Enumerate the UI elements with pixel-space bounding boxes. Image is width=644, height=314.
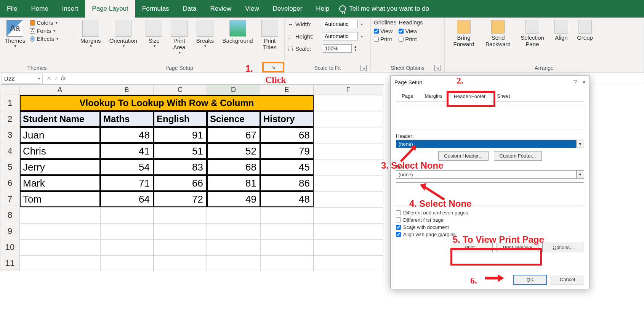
cell[interactable] bbox=[20, 239, 100, 255]
cell[interactable] bbox=[314, 175, 383, 191]
col-header-d[interactable]: D bbox=[207, 84, 260, 95]
custom-footer-button[interactable]: Custom Footer... bbox=[494, 151, 542, 161]
header-cell[interactable]: Student Name bbox=[20, 111, 100, 127]
cell[interactable] bbox=[314, 159, 383, 175]
cell[interactable] bbox=[314, 239, 383, 255]
cell[interactable]: 48 bbox=[260, 191, 314, 207]
menu-view[interactable]: View bbox=[238, 0, 266, 18]
printarea-button[interactable]: Print Area▾ bbox=[169, 19, 189, 55]
menu-formulas[interactable]: Formulas bbox=[135, 0, 176, 18]
row-header[interactable]: 4 bbox=[0, 143, 20, 159]
header-combo[interactable]: (none) bbox=[396, 140, 577, 148]
row-header[interactable]: 8 bbox=[0, 207, 20, 223]
colors-button[interactable]: Colors▾ bbox=[29, 19, 59, 26]
tell-me[interactable]: Tell me what you want to do bbox=[339, 5, 429, 13]
cancel-formula-icon[interactable]: ✕ bbox=[46, 75, 51, 82]
menu-pagelayout[interactable]: Page Layout bbox=[85, 0, 135, 18]
scale-launcher[interactable]: ↘ bbox=[360, 65, 367, 71]
header-cell[interactable]: Maths bbox=[100, 111, 154, 127]
background-button[interactable]: Background bbox=[221, 19, 255, 45]
cell[interactable]: 41 bbox=[100, 143, 154, 159]
row-header[interactable]: 9 bbox=[0, 223, 20, 239]
cell[interactable]: 66 bbox=[154, 175, 207, 191]
size-button[interactable]: Size▾ bbox=[144, 19, 164, 49]
cell[interactable]: 72 bbox=[154, 191, 207, 207]
menu-insert[interactable]: Insert bbox=[55, 0, 85, 18]
custom-header-button[interactable]: Custom Header... bbox=[438, 151, 488, 161]
cell[interactable]: 67 bbox=[207, 127, 260, 143]
print-preview-button[interactable]: Print Preview bbox=[497, 243, 538, 252]
col-header-c[interactable]: C bbox=[154, 84, 207, 95]
footer-combo-arrow[interactable]: ▼ bbox=[577, 170, 584, 179]
col-header-e[interactable]: E bbox=[260, 84, 314, 95]
cell[interactable] bbox=[207, 223, 260, 239]
cell[interactable] bbox=[100, 207, 154, 223]
cell[interactable] bbox=[314, 255, 383, 271]
fx-icon[interactable]: fx bbox=[61, 75, 66, 82]
cell[interactable] bbox=[260, 223, 314, 239]
col-header-f[interactable]: F bbox=[314, 84, 383, 95]
cell[interactable] bbox=[100, 255, 154, 271]
cell[interactable]: 52 bbox=[207, 143, 260, 159]
menu-home[interactable]: Home bbox=[24, 0, 55, 18]
cell[interactable] bbox=[154, 223, 207, 239]
name-box[interactable]: D22▾ bbox=[2, 74, 43, 84]
options-button[interactable]: Options... bbox=[542, 243, 584, 252]
row-header[interactable]: 6 bbox=[0, 175, 20, 191]
cell[interactable]: 79 bbox=[260, 143, 314, 159]
row-header[interactable]: 3 bbox=[0, 127, 20, 143]
bring-forward-button[interactable]: Bring Forward bbox=[448, 19, 480, 48]
cell[interactable]: 81 bbox=[207, 175, 260, 191]
scale-input[interactable] bbox=[323, 44, 352, 53]
cell[interactable]: Chris bbox=[20, 143, 100, 159]
cell[interactable] bbox=[207, 207, 260, 223]
cell[interactable] bbox=[20, 255, 100, 271]
cell[interactable]: 68 bbox=[207, 159, 260, 175]
selection-pane-button[interactable]: Selection Pane bbox=[516, 19, 548, 48]
pagesetup-launcher[interactable]: ↘ bbox=[262, 62, 284, 72]
cell[interactable] bbox=[314, 127, 383, 143]
tab-margins[interactable]: Margins bbox=[419, 90, 448, 101]
tab-sheet[interactable]: Sheet bbox=[491, 90, 516, 101]
row-header[interactable]: 7 bbox=[0, 191, 20, 207]
cell[interactable] bbox=[314, 143, 383, 159]
firstpage-checkbox[interactable]: Different first page bbox=[396, 217, 584, 223]
cell[interactable] bbox=[207, 255, 260, 271]
height-input[interactable] bbox=[323, 32, 358, 40]
cell[interactable] bbox=[314, 95, 383, 111]
col-header-a[interactable]: A bbox=[20, 84, 100, 95]
ok-button[interactable]: OK bbox=[513, 275, 547, 285]
cell[interactable] bbox=[154, 207, 207, 223]
themes-button[interactable]: Aa Themes ▼ bbox=[3, 19, 27, 49]
gridlines-view-checkbox[interactable]: View bbox=[374, 28, 396, 34]
cell[interactable] bbox=[260, 239, 314, 255]
cell[interactable] bbox=[314, 111, 383, 127]
header-cell[interactable]: Science bbox=[207, 111, 260, 127]
cell[interactable] bbox=[20, 207, 100, 223]
menu-file[interactable]: File bbox=[0, 0, 24, 18]
cell[interactable] bbox=[314, 223, 383, 239]
cell[interactable]: 48 bbox=[100, 127, 154, 143]
cell[interactable]: 83 bbox=[154, 159, 207, 175]
cell[interactable]: Juan bbox=[20, 127, 100, 143]
cell[interactable]: 91 bbox=[154, 127, 207, 143]
col-header-b[interactable]: B bbox=[100, 84, 154, 95]
row-header-2[interactable]: 2 bbox=[0, 111, 20, 127]
row-header-1[interactable]: 1 bbox=[0, 95, 20, 111]
close-button[interactable]: × bbox=[582, 79, 586, 86]
tab-page[interactable]: Page bbox=[396, 90, 419, 101]
cell[interactable]: Tom bbox=[20, 191, 100, 207]
cell[interactable]: Jerry bbox=[20, 159, 100, 175]
row-header[interactable]: 10 bbox=[0, 239, 20, 255]
row-header[interactable]: 11 bbox=[0, 255, 20, 271]
footer-combo[interactable]: (none) bbox=[396, 170, 577, 179]
cell[interactable]: 68 bbox=[260, 127, 314, 143]
scaledoc-checkbox[interactable]: Scale with document bbox=[396, 224, 584, 230]
align-button[interactable]: Align bbox=[551, 19, 572, 42]
gridlines-print-checkbox[interactable]: Print bbox=[374, 36, 396, 42]
printtitles-button[interactable]: Print Titles bbox=[260, 19, 280, 51]
tab-headerfooter[interactable]: Header/Footer bbox=[448, 91, 492, 102]
menu-help[interactable]: Help bbox=[309, 0, 336, 18]
cell[interactable]: 86 bbox=[260, 175, 314, 191]
cell[interactable] bbox=[154, 255, 207, 271]
